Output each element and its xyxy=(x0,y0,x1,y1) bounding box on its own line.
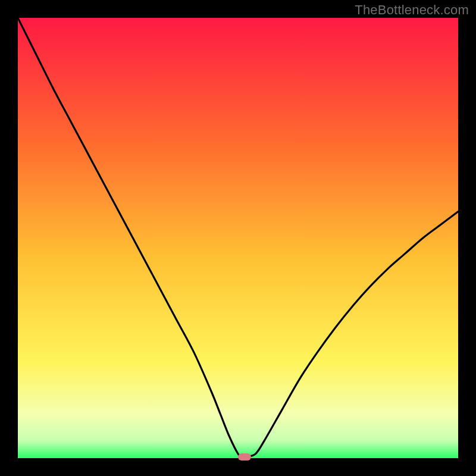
optimal-marker xyxy=(238,453,251,461)
gradient-background xyxy=(18,18,458,458)
plot-area xyxy=(18,18,458,458)
chart-frame: TheBottleneck.com xyxy=(0,0,476,476)
watermark-text: TheBottleneck.com xyxy=(355,2,469,18)
chart-svg xyxy=(18,18,458,458)
